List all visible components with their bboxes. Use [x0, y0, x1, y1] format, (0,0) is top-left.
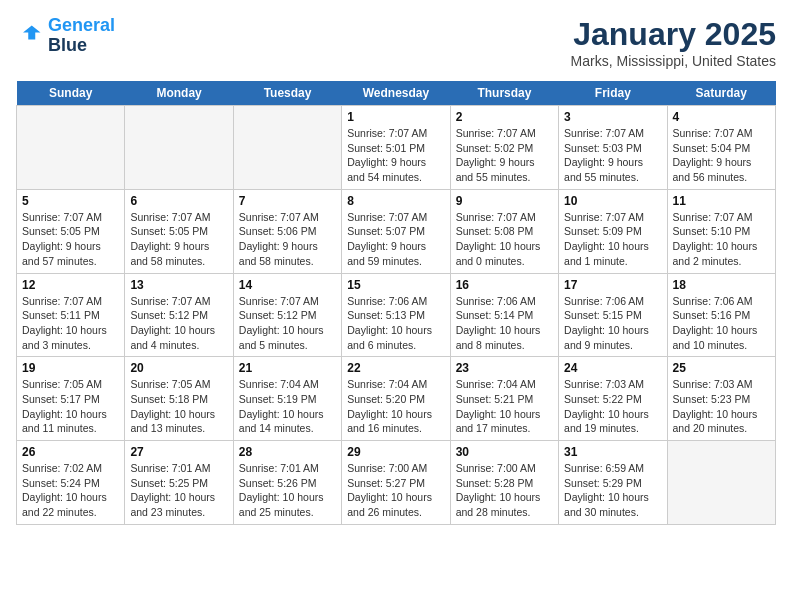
week-row-5: 26Sunrise: 7:02 AMSunset: 5:24 PMDayligh… [17, 441, 776, 525]
day-info: Sunrise: 7:07 AMSunset: 5:02 PMDaylight:… [456, 126, 553, 185]
weekday-header-sunday: Sunday [17, 81, 125, 106]
day-info: Sunrise: 7:07 AMSunset: 5:05 PMDaylight:… [22, 210, 119, 269]
day-info: Sunrise: 7:07 AMSunset: 5:07 PMDaylight:… [347, 210, 444, 269]
day-cell: 29Sunrise: 7:00 AMSunset: 5:27 PMDayligh… [342, 441, 450, 525]
day-cell: 20Sunrise: 7:05 AMSunset: 5:18 PMDayligh… [125, 357, 233, 441]
day-cell: 27Sunrise: 7:01 AMSunset: 5:25 PMDayligh… [125, 441, 233, 525]
day-number: 31 [564, 445, 661, 459]
day-cell: 4Sunrise: 7:07 AMSunset: 5:04 PMDaylight… [667, 106, 775, 190]
day-cell [17, 106, 125, 190]
day-cell: 15Sunrise: 7:06 AMSunset: 5:13 PMDayligh… [342, 273, 450, 357]
day-info: Sunrise: 7:07 AMSunset: 5:10 PMDaylight:… [673, 210, 770, 269]
day-cell: 30Sunrise: 7:00 AMSunset: 5:28 PMDayligh… [450, 441, 558, 525]
day-info: Sunrise: 7:07 AMSunset: 5:03 PMDaylight:… [564, 126, 661, 185]
day-info: Sunrise: 7:03 AMSunset: 5:22 PMDaylight:… [564, 377, 661, 436]
day-cell: 8Sunrise: 7:07 AMSunset: 5:07 PMDaylight… [342, 189, 450, 273]
day-info: Sunrise: 7:03 AMSunset: 5:23 PMDaylight:… [673, 377, 770, 436]
day-info: Sunrise: 7:07 AMSunset: 5:12 PMDaylight:… [130, 294, 227, 353]
day-number: 11 [673, 194, 770, 208]
day-number: 8 [347, 194, 444, 208]
day-number: 22 [347, 361, 444, 375]
day-cell [125, 106, 233, 190]
day-info: Sunrise: 7:07 AMSunset: 5:06 PMDaylight:… [239, 210, 336, 269]
weekday-header-thursday: Thursday [450, 81, 558, 106]
day-number: 21 [239, 361, 336, 375]
day-number: 19 [22, 361, 119, 375]
weekday-header-monday: Monday [125, 81, 233, 106]
day-cell [667, 441, 775, 525]
day-number: 18 [673, 278, 770, 292]
location: Marks, Mississippi, United States [571, 53, 776, 69]
day-number: 30 [456, 445, 553, 459]
day-number: 17 [564, 278, 661, 292]
day-number: 4 [673, 110, 770, 124]
day-info: Sunrise: 7:06 AMSunset: 5:15 PMDaylight:… [564, 294, 661, 353]
page-header: GeneralBlue January 2025 Marks, Mississi… [16, 16, 776, 69]
day-info: Sunrise: 7:04 AMSunset: 5:20 PMDaylight:… [347, 377, 444, 436]
weekday-header-friday: Friday [559, 81, 667, 106]
day-info: Sunrise: 7:01 AMSunset: 5:25 PMDaylight:… [130, 461, 227, 520]
day-info: Sunrise: 7:07 AMSunset: 5:08 PMDaylight:… [456, 210, 553, 269]
day-info: Sunrise: 7:04 AMSunset: 5:19 PMDaylight:… [239, 377, 336, 436]
day-info: Sunrise: 7:06 AMSunset: 5:16 PMDaylight:… [673, 294, 770, 353]
week-row-2: 5Sunrise: 7:07 AMSunset: 5:05 PMDaylight… [17, 189, 776, 273]
day-info: Sunrise: 7:01 AMSunset: 5:26 PMDaylight:… [239, 461, 336, 520]
day-cell: 14Sunrise: 7:07 AMSunset: 5:12 PMDayligh… [233, 273, 341, 357]
day-number: 1 [347, 110, 444, 124]
day-cell: 31Sunrise: 6:59 AMSunset: 5:29 PMDayligh… [559, 441, 667, 525]
calendar-table: SundayMondayTuesdayWednesdayThursdayFrid… [16, 81, 776, 525]
day-cell: 1Sunrise: 7:07 AMSunset: 5:01 PMDaylight… [342, 106, 450, 190]
week-row-4: 19Sunrise: 7:05 AMSunset: 5:17 PMDayligh… [17, 357, 776, 441]
day-cell: 11Sunrise: 7:07 AMSunset: 5:10 PMDayligh… [667, 189, 775, 273]
day-info: Sunrise: 7:05 AMSunset: 5:18 PMDaylight:… [130, 377, 227, 436]
day-info: Sunrise: 7:06 AMSunset: 5:14 PMDaylight:… [456, 294, 553, 353]
day-number: 15 [347, 278, 444, 292]
day-number: 28 [239, 445, 336, 459]
week-row-3: 12Sunrise: 7:07 AMSunset: 5:11 PMDayligh… [17, 273, 776, 357]
day-number: 9 [456, 194, 553, 208]
day-cell: 3Sunrise: 7:07 AMSunset: 5:03 PMDaylight… [559, 106, 667, 190]
day-number: 27 [130, 445, 227, 459]
day-info: Sunrise: 7:07 AMSunset: 5:01 PMDaylight:… [347, 126, 444, 185]
day-number: 10 [564, 194, 661, 208]
day-cell: 16Sunrise: 7:06 AMSunset: 5:14 PMDayligh… [450, 273, 558, 357]
day-number: 5 [22, 194, 119, 208]
day-cell: 19Sunrise: 7:05 AMSunset: 5:17 PMDayligh… [17, 357, 125, 441]
logo-text: GeneralBlue [48, 16, 115, 56]
day-cell: 17Sunrise: 7:06 AMSunset: 5:15 PMDayligh… [559, 273, 667, 357]
day-cell: 22Sunrise: 7:04 AMSunset: 5:20 PMDayligh… [342, 357, 450, 441]
day-info: Sunrise: 7:00 AMSunset: 5:27 PMDaylight:… [347, 461, 444, 520]
day-info: Sunrise: 7:06 AMSunset: 5:13 PMDaylight:… [347, 294, 444, 353]
day-info: Sunrise: 7:07 AMSunset: 5:04 PMDaylight:… [673, 126, 770, 185]
day-number: 25 [673, 361, 770, 375]
weekday-header-row: SundayMondayTuesdayWednesdayThursdayFrid… [17, 81, 776, 106]
day-cell: 24Sunrise: 7:03 AMSunset: 5:22 PMDayligh… [559, 357, 667, 441]
day-number: 24 [564, 361, 661, 375]
day-cell: 10Sunrise: 7:07 AMSunset: 5:09 PMDayligh… [559, 189, 667, 273]
day-info: Sunrise: 7:02 AMSunset: 5:24 PMDaylight:… [22, 461, 119, 520]
day-cell: 13Sunrise: 7:07 AMSunset: 5:12 PMDayligh… [125, 273, 233, 357]
day-number: 13 [130, 278, 227, 292]
day-cell: 26Sunrise: 7:02 AMSunset: 5:24 PMDayligh… [17, 441, 125, 525]
day-number: 6 [130, 194, 227, 208]
day-number: 7 [239, 194, 336, 208]
day-cell: 28Sunrise: 7:01 AMSunset: 5:26 PMDayligh… [233, 441, 341, 525]
weekday-header-tuesday: Tuesday [233, 81, 341, 106]
day-number: 12 [22, 278, 119, 292]
day-info: Sunrise: 7:07 AMSunset: 5:05 PMDaylight:… [130, 210, 227, 269]
day-info: Sunrise: 7:07 AMSunset: 5:11 PMDaylight:… [22, 294, 119, 353]
day-cell: 18Sunrise: 7:06 AMSunset: 5:16 PMDayligh… [667, 273, 775, 357]
day-number: 29 [347, 445, 444, 459]
day-cell: 23Sunrise: 7:04 AMSunset: 5:21 PMDayligh… [450, 357, 558, 441]
day-cell: 7Sunrise: 7:07 AMSunset: 5:06 PMDaylight… [233, 189, 341, 273]
day-info: Sunrise: 6:59 AMSunset: 5:29 PMDaylight:… [564, 461, 661, 520]
day-number: 14 [239, 278, 336, 292]
day-number: 26 [22, 445, 119, 459]
day-cell: 21Sunrise: 7:04 AMSunset: 5:19 PMDayligh… [233, 357, 341, 441]
day-cell: 6Sunrise: 7:07 AMSunset: 5:05 PMDaylight… [125, 189, 233, 273]
day-cell: 9Sunrise: 7:07 AMSunset: 5:08 PMDaylight… [450, 189, 558, 273]
title-area: January 2025 Marks, Mississippi, United … [571, 16, 776, 69]
logo-icon [16, 22, 44, 50]
weekday-header-saturday: Saturday [667, 81, 775, 106]
day-number: 20 [130, 361, 227, 375]
